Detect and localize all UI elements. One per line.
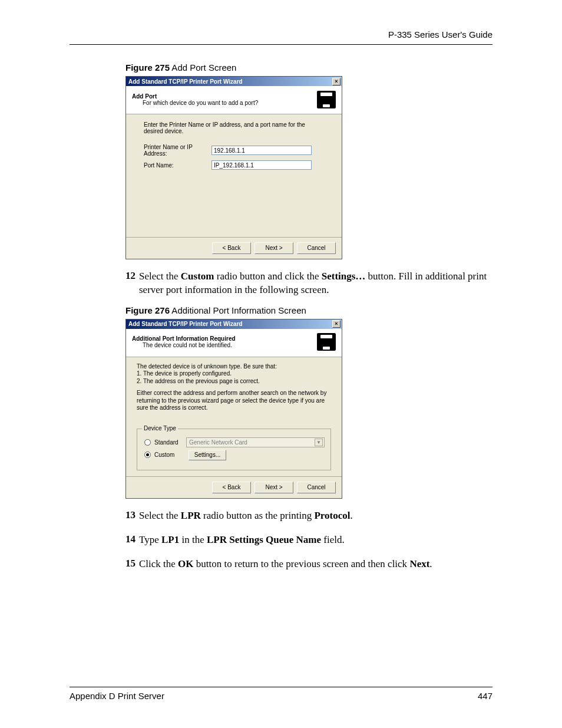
step-15: 15 Click the OK button to return to the … xyxy=(125,558,492,571)
step-15-number: 15 xyxy=(125,558,135,571)
back-button[interactable]: < Back xyxy=(212,242,251,254)
port-name-input[interactable] xyxy=(211,160,312,170)
close-icon[interactable]: × xyxy=(332,78,340,85)
figure-275-number: Figure 275 xyxy=(125,62,170,73)
step-12-number: 12 xyxy=(125,270,135,297)
step-15-text: Click the OK button to return to the pre… xyxy=(139,558,492,571)
banner-heading: Additional Port Information Required xyxy=(132,335,236,342)
dialog-titlebar: Add Standard TCP/IP Printer Port Wizard … xyxy=(126,319,342,329)
instruction-text: Enter the Printer Name or IP address, an… xyxy=(144,121,324,134)
step-13-text: Select the LPR radio button as the print… xyxy=(139,509,492,523)
figure-276-caption: Figure 276 Additional Port Information S… xyxy=(125,305,492,315)
banner-subtext: For which device do you want to add a po… xyxy=(132,100,258,106)
dialog-title: Add Standard TCP/IP Printer Port Wizard xyxy=(128,321,243,327)
standard-combo: Generic Network Card ▼ xyxy=(186,437,325,447)
printer-icon xyxy=(317,91,336,108)
figure-276-title: Additional Port Information Screen xyxy=(170,305,306,315)
label-printer-ip: Printer Name or IP Address: xyxy=(144,144,211,157)
dialog-body: The detected device is of unknown type. … xyxy=(126,357,342,476)
figure-276-number: Figure 276 xyxy=(125,305,170,315)
figure-275-title: Add Port Screen xyxy=(170,62,236,73)
detected-line: The detected device is of unknown type. … xyxy=(137,363,277,370)
step-14-text: Type LP1 in the LPR Settings Queue Name … xyxy=(139,533,492,547)
add-port-dialog: Add Standard TCP/IP Printer Port Wizard … xyxy=(125,76,342,259)
footer-page-number: 447 xyxy=(478,691,492,701)
standard-radio-label: Standard xyxy=(154,439,183,446)
cancel-button[interactable]: Cancel xyxy=(297,482,336,493)
next-button[interactable]: Next > xyxy=(254,242,293,254)
device-type-legend: Device Type xyxy=(142,425,178,431)
header-rule xyxy=(70,44,492,45)
next-button[interactable]: Next > xyxy=(254,482,293,493)
close-icon[interactable]: × xyxy=(332,320,340,328)
custom-radio[interactable] xyxy=(144,452,151,458)
dialog-titlebar: Add Standard TCP/IP Printer Port Wizard … xyxy=(126,77,342,86)
cancel-button[interactable]: Cancel xyxy=(297,242,336,254)
page-footer: Appendix D Print Server 447 xyxy=(70,687,492,701)
step-13-number: 13 xyxy=(125,509,135,523)
standard-radio[interactable] xyxy=(144,439,151,446)
header-guide-title: P-335 Series User's Guide xyxy=(70,29,492,39)
detected-line-1: 1. The device is properly configured. xyxy=(137,370,232,377)
dialog-button-bar: < Back Next > Cancel xyxy=(126,476,342,498)
combo-value: Generic Network Card xyxy=(189,439,247,446)
settings-button[interactable]: Settings... xyxy=(189,450,226,460)
label-port-name: Port Name: xyxy=(144,162,211,169)
correction-paragraph: Either correct the address and perform a… xyxy=(137,390,331,412)
back-button[interactable]: < Back xyxy=(212,482,251,493)
dialog-banner: Additional Port Information Required The… xyxy=(126,329,342,357)
figure-275-caption: Figure 275 Add Port Screen xyxy=(125,62,492,73)
additional-port-info-dialog: Add Standard TCP/IP Printer Port Wizard … xyxy=(125,319,342,499)
printer-ip-input[interactable] xyxy=(211,146,312,155)
banner-subtext: The device could not be identified. xyxy=(132,342,232,348)
chevron-down-icon: ▼ xyxy=(315,439,323,446)
device-type-fieldset: Device Type Standard Generic Network Car… xyxy=(137,429,331,470)
dialog-title: Add Standard TCP/IP Printer Port Wizard xyxy=(128,78,243,85)
step-13: 13 Select the LPR radio button as the pr… xyxy=(125,509,492,523)
dialog-body: Enter the Printer Name or IP address, an… xyxy=(126,114,342,237)
dialog-banner: Add Port For which device do you want to… xyxy=(126,86,342,114)
printer-icon xyxy=(317,333,336,351)
footer-appendix: Appendix D Print Server xyxy=(70,691,164,701)
custom-radio-label: Custom xyxy=(154,452,183,458)
step-12-text: Select the Custom radio button and click… xyxy=(139,270,492,297)
banner-heading: Add Port xyxy=(132,93,157,100)
detected-line-2: 2. The address on the previous page is c… xyxy=(137,378,260,384)
dialog-button-bar: < Back Next > Cancel xyxy=(126,237,342,259)
step-14: 14 Type LP1 in the LPR Settings Queue Na… xyxy=(125,533,492,547)
step-12: 12 Select the Custom radio button and cl… xyxy=(125,270,492,297)
step-14-number: 14 xyxy=(125,533,135,547)
